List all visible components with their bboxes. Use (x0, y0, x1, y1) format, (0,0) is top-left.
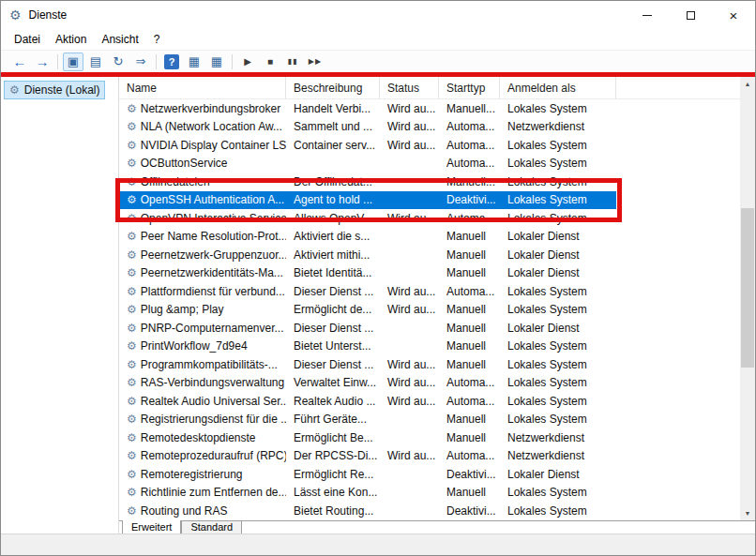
service-gear-icon: ⚙ (127, 340, 137, 352)
service-anmelden: Lokales System (500, 411, 616, 429)
service-gear-icon: ⚙ (127, 121, 137, 132)
service-row[interactable]: ⚙ Peernetzwerkidentitäts-Ma... Bietet Id… (119, 264, 616, 283)
service-status (380, 319, 439, 338)
service-starttyp: Manuell (439, 428, 500, 447)
column-header-description[interactable]: Beschreibung (286, 77, 380, 98)
service-row[interactable]: ⚙ Remotedesktopdienste Ermöglicht Be... … (119, 428, 616, 447)
service-anmelden: Lokales System (500, 484, 616, 503)
scrollbar-thumb[interactable] (741, 208, 754, 368)
service-row[interactable]: ⚙ Remoteregistrierung Ermöglicht Re... D… (119, 465, 616, 484)
service-row[interactable]: ⚙ Routing und RAS Bietet Routing... Deak… (119, 502, 616, 520)
restart-service-button[interactable]: ▶▶ (305, 53, 325, 71)
scroll-down-button[interactable]: ▼ (740, 506, 755, 520)
service-gear-icon: ⚙ (127, 487, 137, 498)
service-row[interactable]: ⚙ NLA (Network Location Aw... Sammelt un… (119, 118, 616, 137)
extended-view-button[interactable]: ▦ (184, 53, 204, 71)
service-name: Richtlinie zum Entfernen de... (141, 486, 286, 499)
service-description: Container serv... (286, 136, 380, 155)
service-description: Dieser Dienst ... (286, 319, 380, 338)
service-status (380, 465, 439, 484)
pause-service-button[interactable]: ▮▮ (282, 53, 303, 71)
service-row[interactable]: ⚙ OpenVPN Interactive Service Allows Ope… (119, 209, 616, 228)
service-row[interactable]: ⚙ PNRP-Computernamenver... Dieser Dienst… (119, 319, 616, 338)
service-starttyp: Manuell... (439, 99, 500, 118)
service-starttyp: Manuell (439, 264, 500, 283)
service-status (380, 264, 439, 283)
service-status: Wird au... (380, 136, 439, 155)
service-row[interactable]: ⚙ Realtek Audio Universal Ser... Realtek… (119, 392, 616, 411)
service-starttyp: Manuell (439, 411, 500, 429)
service-gear-icon: ⚙ (127, 323, 137, 334)
service-row[interactable]: ⚙ RAS-Verbindungsverwaltung Verwaltet Ei… (119, 374, 616, 393)
service-name: Realtek Audio Universal Ser... (141, 395, 286, 408)
service-name: Plug &amp; Play (141, 303, 224, 316)
service-gear-icon: ⚙ (127, 213, 137, 224)
menu-ansicht[interactable]: Ansicht (94, 31, 145, 48)
menu-hilfe[interactable]: ? (146, 31, 168, 48)
sidebar-item-dienste-lokal[interactable]: ⚙ Dienste (Lokal) (4, 81, 105, 99)
service-row[interactable]: ⚙ OCButtonService Automa... Lokales Syst… (119, 155, 616, 173)
service-starttyp: Automa... (439, 118, 500, 137)
table-header: Name Beschreibung Status Starttyp Anmeld… (119, 77, 740, 99)
service-starttyp: Deaktivi... (439, 502, 500, 520)
export-list-button[interactable]: ▤ (85, 53, 106, 71)
service-row[interactable]: ⚙ Programmkompatibilitäts-... Dieser Die… (119, 355, 616, 374)
service-row[interactable]: ⚙ OpenSSH Authentication A... Agent to h… (119, 191, 616, 210)
export-button[interactable]: ⇒ (130, 53, 151, 71)
service-starttyp: Manuell (439, 228, 500, 247)
forward-button[interactable]: → (32, 53, 53, 71)
service-starttyp: Manuell (439, 484, 500, 503)
service-name: NLA (Network Location Aw... (141, 120, 282, 133)
service-anmelden: Lokaler Dienst (500, 228, 616, 247)
service-row[interactable]: ⚙ PrintWorkflow_7d9e4 Bietet Unterst... … (119, 338, 616, 356)
service-row[interactable]: ⚙ Peer Name Resolution-Prot... Aktiviert… (119, 228, 616, 247)
service-row[interactable]: ⚙ Netzwerkverbindungsbroker Handelt Verb… (119, 99, 616, 118)
tab-erweitert[interactable]: Erweitert (122, 520, 181, 534)
menu-aktion[interactable]: Aktion (48, 31, 94, 48)
service-anmelden: Lokales System (500, 282, 616, 301)
column-header-anmelden[interactable]: Anmelden als (500, 77, 616, 98)
service-status (380, 246, 439, 264)
column-header-status[interactable]: Status (380, 77, 439, 98)
standard-view-button[interactable]: ▦ (206, 53, 227, 71)
menu-datei[interactable]: Datei (7, 31, 48, 48)
service-status: Wird au... (380, 392, 439, 411)
column-header-starttyp[interactable]: Starttyp (439, 77, 500, 98)
scroll-up-button[interactable]: ▲ (740, 77, 755, 91)
service-row[interactable]: ⚙ Peernetzwerk-Gruppenzuor... Aktiviert … (119, 246, 616, 264)
start-service-button[interactable]: ▶ (237, 53, 258, 71)
service-anmelden: Lokales System (500, 173, 616, 191)
service-name: PrintWorkflow_7d9e4 (141, 339, 248, 353)
refresh-button[interactable]: ↻ (108, 53, 129, 71)
service-name: OpenVPN Interactive Service (141, 212, 286, 225)
service-starttyp: Automa... (439, 392, 500, 411)
service-row[interactable]: ⚙ Richtlinie zum Entfernen de... Lässt e… (119, 484, 616, 503)
service-gear-icon: ⚙ (127, 194, 137, 205)
service-name: PNRP-Computernamenver... (141, 322, 284, 335)
service-row[interactable]: ⚙ Offlinedateien Der Offlinedat... Manue… (119, 173, 616, 191)
help-button[interactable]: ? (164, 54, 179, 69)
service-description: Aktiviert die s... (286, 228, 380, 247)
service-row[interactable]: ⚙ Registrierungsdienst für die ... Führt… (119, 411, 616, 429)
vertical-scrollbar[interactable]: ▲ ▼ (740, 77, 755, 520)
back-button[interactable]: ← (9, 53, 30, 71)
service-row[interactable]: ⚙ Plattformdienst für verbund... Dieser … (119, 282, 616, 301)
maximize-button[interactable] (669, 1, 712, 29)
service-description: Sammelt und ... (286, 118, 380, 137)
show-console-tree-button[interactable]: ▣ (63, 53, 83, 71)
service-anmelden: Netzwerkdienst (500, 428, 616, 447)
close-button[interactable]: × (712, 1, 755, 29)
service-row[interactable]: ⚙ Plug &amp; Play Ermöglicht de... Wird … (119, 301, 616, 320)
column-header-name[interactable]: Name (119, 77, 286, 98)
menu-bar: DateiAktionAnsicht? (1, 29, 755, 50)
service-row[interactable]: ⚙ Remoteprozeduraufruf (RPC) Der RPCSS-D… (119, 447, 616, 466)
service-name: Remoteprozeduraufruf (RPC) (141, 449, 286, 462)
service-description: Der RPCSS-Di... (286, 447, 380, 466)
window-controls: × (626, 1, 755, 29)
service-gear-icon: ⚙ (127, 505, 137, 517)
stop-service-button[interactable]: ■ (260, 53, 280, 71)
service-row[interactable]: ⚙ NVIDIA Display Container LS Container … (119, 136, 616, 155)
service-status: Wird au... (380, 118, 439, 137)
minimize-button[interactable] (626, 1, 669, 29)
service-anmelden: Lokales System (500, 136, 616, 155)
